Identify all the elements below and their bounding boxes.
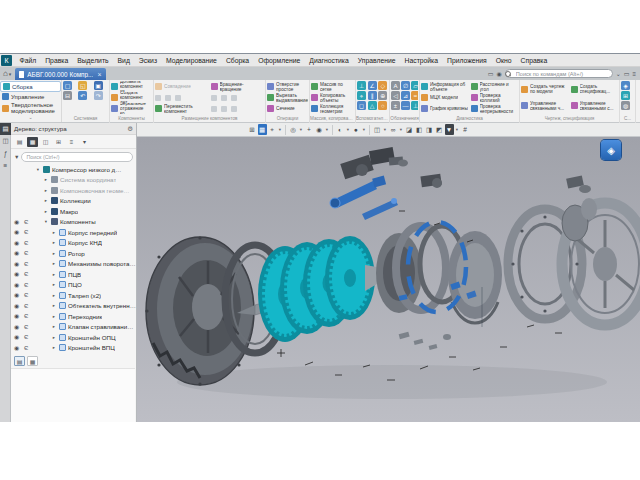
filter-caret-icon[interactable]: ▾ [455, 124, 460, 135]
orientation-icon[interactable]: ⌖ [268, 124, 277, 135]
ribbon-button[interactable]: Массив по сетке [311, 81, 354, 92]
tree-row[interactable]: ▸Компоновочная геометрия [11, 185, 136, 196]
aux-plane-icon[interactable]: ⊥ [357, 81, 366, 90]
section-clip-icon[interactable]: Є [24, 324, 28, 330]
tree-row[interactable]: ◉Є▸ПЦВ [11, 269, 136, 280]
expand-caret-icon[interactable]: ▸ [43, 209, 49, 214]
section-view-icon[interactable]: ◪ [405, 124, 414, 135]
menu-item-7[interactable]: Сборка [221, 57, 253, 64]
section-clip-icon[interactable]: Є [24, 334, 28, 340]
zoom-icon[interactable]: ◎ [289, 124, 298, 135]
ribbon-button[interactable]: Вращение-вращение [211, 81, 265, 92]
menu-item-11[interactable]: Настройка [400, 57, 442, 64]
menu-item-1[interactable]: Файл [15, 57, 41, 64]
tabs-dropdown-icon[interactable]: ▾ [9, 68, 12, 80]
variables-panel-icon[interactable]: ƒ [0, 147, 11, 159]
tree-panel-icon[interactable]: ▤ [0, 123, 11, 135]
expand-caret-icon[interactable]: ▸ [51, 272, 57, 277]
parameters-panel-icon[interactable]: ◫ [0, 135, 11, 147]
section-clip-icon[interactable]: Є [24, 292, 28, 298]
ribbon-button[interactable]: Копировать объекты [311, 92, 354, 103]
tree-relations-icon[interactable]: ≡ [66, 137, 77, 147]
command-search-input[interactable] [505, 69, 613, 78]
visibility-eye-icon[interactable]: ◉ [14, 292, 19, 298]
ribbon-button[interactable]: Создать чертеж по модели [521, 81, 569, 98]
section-clip-icon[interactable]: Є [24, 219, 28, 225]
feature-b-icon[interactable]: ⊞ [621, 91, 630, 100]
view-orientation-button[interactable]: ◈ [601, 140, 621, 160]
tree-row[interactable]: ◉Є▸ПЦО [11, 280, 136, 291]
tree-row[interactable]: ◉Є▸Механизмы поворота (х2) [11, 259, 136, 270]
ribbon-button[interactable]: Зеркальное отражение ко... [111, 103, 152, 114]
menu-item-13[interactable]: Окно [491, 57, 516, 64]
tree-groups-icon[interactable]: ⊞ [53, 137, 64, 147]
ribbon-button[interactable]: Коллекция геометрии [311, 103, 354, 114]
feature-a-icon[interactable]: ◈ [621, 81, 630, 90]
visibility-eye-icon[interactable]: ◉ [14, 313, 19, 319]
measure-icon[interactable]: # [461, 124, 470, 135]
visibility-eye-icon[interactable]: ◉ [14, 324, 19, 330]
tree-row[interactable]: ◉Є▾Компоненты [11, 217, 136, 228]
section-clip-icon[interactable]: Є [24, 345, 28, 351]
note-deviation-icon[interactable]: ± [391, 101, 400, 110]
ribbon-button[interactable]: МЦХ модели [421, 92, 469, 103]
section-clip-icon[interactable]: Є [24, 313, 28, 319]
filter-icon[interactable]: ▼ [14, 154, 19, 160]
aux-cs-icon[interactable]: ⌖ [357, 91, 366, 100]
ribbon-button[interactable]: Создать компонент дет... [111, 92, 152, 103]
section-clip-icon[interactable]: Є [24, 303, 28, 309]
projection-icon[interactable]: ◫ [373, 124, 382, 135]
menu-item-14[interactable]: Справка [516, 57, 552, 64]
new-document-icon[interactable]: ▢ [63, 81, 72, 90]
home-icon[interactable]: ⌂ [3, 68, 8, 80]
note-text-icon[interactable]: A [391, 81, 400, 90]
expand-caret-icon[interactable]: ▸ [51, 314, 57, 319]
doc-eye-icon[interactable]: ◉ [497, 69, 502, 79]
expand-caret-icon[interactable]: ▸ [43, 198, 49, 203]
section-clip-icon[interactable]: Є [24, 271, 28, 277]
tree-layers-icon[interactable]: ◫ [40, 137, 51, 147]
doc-properties-icon[interactable]: ▭ [488, 69, 494, 79]
ribbon-button[interactable]: Проверка непрерывности [471, 103, 519, 114]
tree-row[interactable]: ◉Є▸Кронштейн ВПЦ [11, 343, 136, 354]
menu-item-4[interactable]: Вид [113, 57, 134, 64]
filter-icon[interactable]: ▼ [445, 124, 454, 135]
note-datum-icon[interactable]: ◁ [391, 91, 400, 100]
ribbon-button[interactable]: Проверка коллизий [471, 92, 519, 103]
shading-caret-icon[interactable]: ▾ [346, 124, 351, 135]
section-clip-icon[interactable]: Є [24, 282, 28, 288]
ribbon-button[interactable]: Управление связанными ч... [521, 98, 569, 115]
ribbon-button[interactable]: Совпадение [155, 81, 209, 92]
menu-item-5[interactable]: Эскиз [134, 57, 161, 64]
feature-c-icon[interactable]: ◍ [621, 101, 630, 110]
ribbon-button[interactable]: Вырезать выдавливанием [267, 92, 308, 103]
aux-curve-icon[interactable]: ○ [378, 101, 387, 110]
visibility-eye-icon[interactable]: ◉ [14, 345, 19, 351]
collapse-ribbon-icon[interactable]: ⌄ [616, 69, 621, 79]
open-document-icon[interactable]: ◱ [78, 81, 87, 90]
ribbon-tab-3[interactable]: Твердотельное моделирование [0, 101, 61, 115]
tree-structure-view-icon[interactable]: ▤ [14, 137, 25, 147]
tree-search-input[interactable] [21, 152, 133, 162]
aux-surface-icon[interactable]: ◻ [357, 101, 366, 110]
ribbon-button[interactable] [211, 103, 265, 114]
section-clip-icon[interactable]: Є [24, 250, 28, 256]
display-caret-icon[interactable]: ▾ [362, 124, 367, 135]
aux-axis-icon[interactable]: ⊕ [378, 91, 387, 100]
aux-parallel-icon[interactable]: ∥ [368, 91, 377, 100]
expand-caret-icon[interactable]: ▸ [51, 345, 57, 350]
3d-viewport[interactable]: ◈ [137, 137, 640, 422]
print-icon[interactable]: ⊟ [63, 91, 72, 100]
sketch-plane-icon[interactable]: ⊞ [248, 124, 257, 135]
aux-mesh-icon[interactable]: △ [368, 101, 377, 110]
glasses-caret-icon[interactable]: ▾ [399, 124, 404, 135]
ribbon-button[interactable]: График кривизны [421, 103, 469, 114]
view-left-icon[interactable]: ◧ [415, 124, 424, 135]
section-clip-icon[interactable]: Є [24, 240, 28, 246]
tree-row[interactable]: ◉Є▸Ротор [11, 248, 136, 259]
ribbon-button[interactable]: Переместить компонент [155, 103, 209, 114]
expand-caret-icon[interactable]: ▸ [51, 230, 57, 235]
section-clip-icon[interactable]: Є [24, 229, 28, 235]
visibility-eye-icon[interactable]: ◉ [14, 303, 19, 309]
ribbon-button[interactable]: Создать спецификац... [571, 81, 619, 98]
